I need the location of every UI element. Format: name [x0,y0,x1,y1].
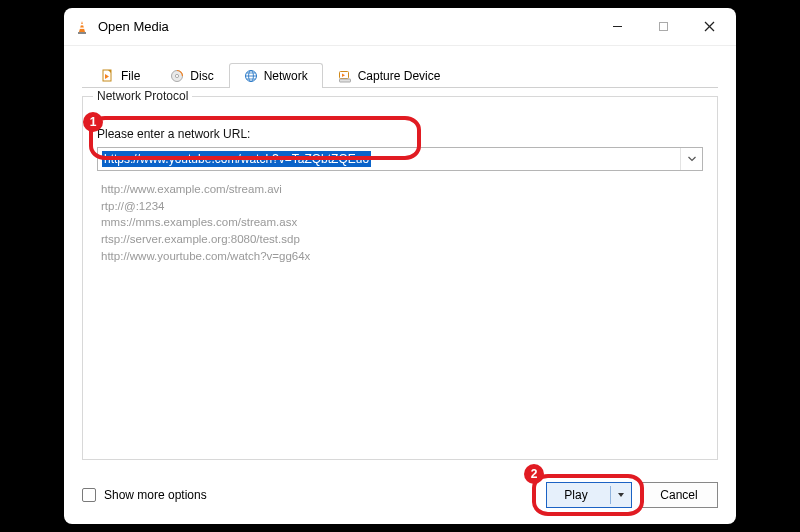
show-more-options-checkbox[interactable] [82,488,96,502]
example-url: mms://mms.examples.com/stream.asx [101,214,699,231]
capture-device-icon [338,69,352,83]
svg-rect-1 [78,32,86,34]
dialog-footer: Show more options 2 Play Cancel [64,472,736,524]
cancel-button[interactable]: Cancel [640,482,718,508]
tab-capture-device[interactable]: Capture Device [323,63,456,88]
example-url: http://www.example.com/stream.avi [101,181,699,198]
maximize-button[interactable] [640,11,686,43]
play-dropdown-button[interactable] [611,491,631,499]
tab-label: Network [264,69,308,83]
play-button-label: Play [547,488,611,502]
svg-rect-3 [80,27,85,28]
open-media-window: Open Media File [64,8,736,524]
tabs: File Disc Network Capture Device [82,62,718,88]
url-input[interactable]: https://www.youtube.com/watch?v=TaZQbtZQ… [98,148,680,170]
group-title: Network Protocol [93,89,192,103]
example-url: http://www.yourtube.com/watch?v=gg64x [101,248,699,265]
url-label: Please enter a network URL: [97,127,703,141]
window-title: Open Media [98,19,169,34]
vlc-cone-icon [74,19,90,35]
tab-network[interactable]: Network [229,63,323,88]
dialog-content: File Disc Network Capture Device [64,46,736,472]
svg-marker-21 [618,493,624,497]
show-more-options[interactable]: Show more options [82,488,207,502]
tab-label: File [121,69,140,83]
triangle-down-icon [617,491,625,499]
show-more-options-label: Show more options [104,488,207,502]
svg-rect-19 [339,79,350,82]
tab-disc[interactable]: Disc [155,63,228,88]
cancel-button-label: Cancel [660,488,697,502]
url-value-selected: https://www.youtube.com/watch?v=TaZQbtZQ… [102,151,371,167]
network-icon [244,69,258,83]
url-combobox: https://www.youtube.com/watch?v=TaZQbtZQ… [97,147,703,171]
url-examples: http://www.example.com/stream.avi rtp://… [101,181,699,264]
network-protocol-group: Network Protocol Please enter a network … [82,96,718,460]
window-controls [594,11,732,43]
close-button[interactable] [686,11,732,43]
play-button[interactable]: Play [546,482,632,508]
example-url: rtsp://server.example.org:8080/test.sdp [101,231,699,248]
tab-label: Capture Device [358,69,441,83]
svg-point-12 [176,74,179,77]
tab-label: Disc [190,69,213,83]
svg-rect-5 [659,23,667,31]
svg-rect-2 [80,24,84,25]
disc-icon [170,69,184,83]
minimize-button[interactable] [594,11,640,43]
footer-buttons: 2 Play Cancel [546,482,718,508]
file-icon [101,69,115,83]
button-divider [610,486,611,504]
combobox-dropdown-button[interactable] [680,148,702,170]
tab-file[interactable]: File [86,63,155,88]
svg-marker-0 [79,21,85,32]
titlebar: Open Media [64,8,736,46]
example-url: rtp://@:1234 [101,198,699,215]
chevron-down-icon [687,154,697,164]
